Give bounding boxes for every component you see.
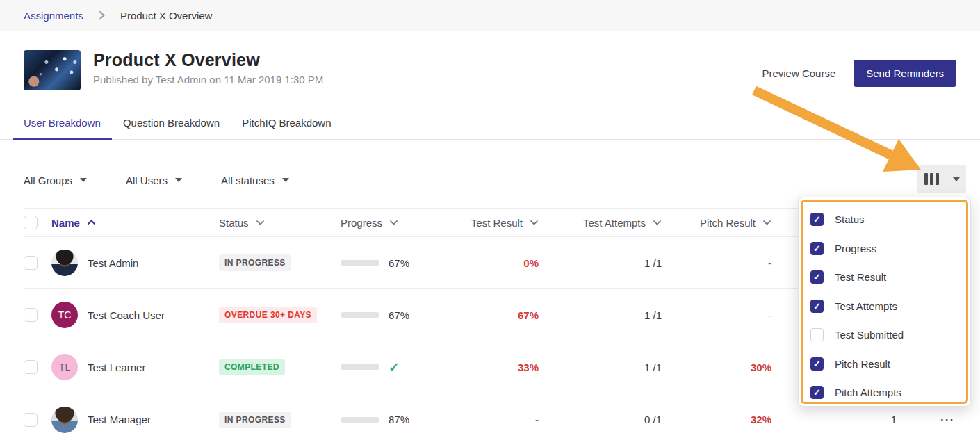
course-thumbnail [24, 50, 81, 90]
status-badge: IN PROGRESS [219, 254, 291, 271]
unchecked-checkbox-icon[interactable] [810, 328, 824, 341]
pitch-result-value: 32% [662, 414, 771, 425]
test-attempts-value: 0 /1 [539, 414, 662, 425]
columns-icon [924, 173, 939, 185]
send-reminders-button[interactable]: Send Reminders [854, 60, 956, 87]
status-badge: COMPLETED [219, 359, 285, 375]
row-checkbox[interactable] [24, 256, 38, 270]
test-attempts-value: 1 /1 [539, 309, 662, 321]
published-info: Published by Test Admin on 11 Mar 2019 1… [93, 74, 762, 86]
chevron-down-icon [389, 220, 398, 225]
test-result-value: - [452, 414, 539, 425]
checked-checkbox-icon[interactable]: ✓ [810, 213, 824, 226]
pitch-result-value: 30% [662, 361, 771, 373]
menu-item-status[interactable]: ✓ Status [810, 205, 970, 234]
menu-item-pitch-result[interactable]: ✓ Pitch Result [810, 350, 970, 379]
column-picker-button[interactable] [917, 165, 966, 193]
test-result-value: 0% [452, 257, 539, 269]
menu-item-test-attempts[interactable]: ✓ Test Attempts [810, 292, 970, 321]
progress-bar [341, 312, 379, 318]
chevron-right-icon [99, 10, 105, 20]
avatar: TL [51, 354, 78, 380]
progress-bar [341, 417, 379, 423]
chevron-down-icon [762, 220, 771, 225]
user-name: Test Admin [88, 257, 138, 269]
progress-label: 67% [389, 309, 409, 321]
filters-row: All Groups All Users All statuses [0, 170, 980, 190]
page-header: Product X Overview Published by Test Adm… [0, 31, 980, 90]
menu-item-test-result[interactable]: ✓ Test Result [810, 263, 970, 292]
chevron-down-icon [653, 220, 662, 225]
checked-checkbox-icon[interactable]: ✓ [810, 242, 824, 255]
breadcrumb: Assignments Product X Overview [0, 0, 980, 31]
chevron-down-icon [530, 220, 539, 225]
row-menu-icon[interactable]: ⋯ [940, 416, 956, 423]
status-badge: OVERDUE 30+ DAYS [219, 307, 317, 323]
progress-label: 67% [389, 257, 409, 269]
column-header-status[interactable]: Status [219, 217, 341, 229]
statuses-filter-label: All statuses [221, 174, 275, 186]
chevron-down-icon [256, 220, 265, 225]
page: Assignments Product X Overview Product X… [0, 0, 980, 447]
column-header-pitch-result[interactable]: Pitch Result [662, 217, 771, 229]
column-picker-menu: ✓ Status ✓ Progress ✓ Test Result ✓ Test… [798, 197, 971, 407]
tab-user-breakdown[interactable]: User Breakdown [13, 117, 112, 140]
select-all-checkbox[interactable] [24, 216, 38, 229]
status-badge: IN PROGRESS [219, 412, 291, 428]
user-name: Test Learner [88, 361, 145, 373]
caret-down-icon [175, 178, 182, 182]
progress-bar [341, 364, 379, 370]
groups-filter-label: All Groups [24, 174, 72, 186]
sort-asc-icon [87, 220, 96, 225]
check-icon: ✓ [389, 359, 400, 375]
avatar [51, 407, 78, 433]
checked-checkbox-icon[interactable]: ✓ [810, 270, 824, 284]
column-header-test-attempts[interactable]: Test Attempts [539, 217, 662, 229]
user-name: Test Coach User [88, 309, 165, 321]
menu-item-pitch-attempts[interactable]: ✓ Pitch Attempts [810, 378, 970, 407]
column-header-test-result[interactable]: Test Result [452, 217, 539, 229]
test-attempts-value: 1 /1 [539, 361, 662, 373]
checked-checkbox-icon[interactable]: ✓ [810, 300, 824, 313]
menu-item-progress[interactable]: ✓ Progress [810, 234, 970, 263]
tab-bar: User Breakdown Question Breakdown PitchI… [0, 117, 980, 140]
users-filter-dropdown[interactable]: All Users [126, 174, 182, 186]
pitch-result-value: - [662, 309, 771, 321]
user-name: Test Manager [88, 414, 151, 425]
page-title: Product X Overview [93, 50, 762, 70]
caret-down-icon [80, 178, 87, 182]
avatar [51, 250, 78, 276]
users-filter-label: All Users [126, 174, 168, 186]
row-checkbox[interactable] [24, 308, 38, 322]
pitch-attempts-value: 1 [771, 414, 897, 425]
row-checkbox[interactable] [24, 360, 38, 374]
breadcrumb-current: Product X Overview [120, 10, 213, 22]
groups-filter-dropdown[interactable]: All Groups [24, 174, 87, 186]
column-header-name[interactable]: Name [51, 217, 219, 229]
pitch-result-value: - [662, 257, 771, 269]
avatar: TC [51, 302, 78, 328]
menu-item-test-submitted[interactable]: Test Submitted [810, 320, 970, 350]
progress-label: 87% [389, 414, 409, 425]
statuses-filter-dropdown[interactable]: All statuses [221, 174, 289, 186]
test-result-value: 33% [452, 361, 539, 373]
checked-checkbox-icon[interactable]: ✓ [810, 386, 824, 399]
caret-down-icon [953, 177, 960, 181]
checked-checkbox-icon[interactable]: ✓ [810, 357, 824, 371]
caret-down-icon [282, 178, 289, 182]
column-header-progress[interactable]: Progress [341, 217, 452, 229]
test-attempts-value: 1 /1 [539, 257, 662, 269]
tab-pitchiq-breakdown[interactable]: PitchIQ Breakdown [231, 117, 342, 140]
preview-course-button[interactable]: Preview Course [762, 67, 835, 79]
tab-question-breakdown[interactable]: Question Breakdown [112, 117, 231, 140]
test-result-value: 67% [452, 309, 539, 321]
progress-bar [341, 260, 379, 266]
row-checkbox[interactable] [24, 413, 38, 427]
breadcrumb-assignments-link[interactable]: Assignments [24, 10, 83, 22]
